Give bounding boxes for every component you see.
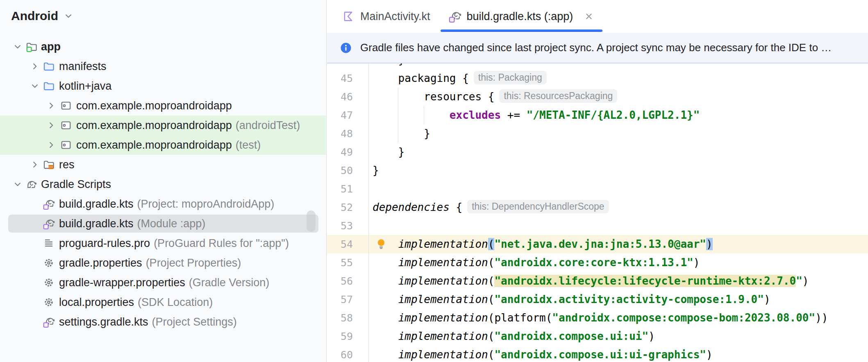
code-segment: }: [373, 63, 404, 66]
info-icon: [340, 42, 352, 54]
line-number[interactable]: 60: [327, 346, 368, 362]
tree-item-com-example-moproandroidapp-test[interactable]: com.example.moproandroidapp(test): [0, 135, 326, 155]
project-tool-window: Android appmanifestskotlin+javacom.examp…: [0, 0, 327, 362]
tree-item-build-gradle-kts-project-moproandroidapp[interactable]: build.gradle.kts(Project: moproAndroidAp…: [0, 194, 326, 214]
line-number[interactable]: 50: [327, 161, 368, 180]
tab-build-gradle-kts-app[interactable]: build.gradle.kts (:app): [439, 0, 604, 33]
code-line-53[interactable]: 53: [327, 217, 868, 235]
code-segment: {: [450, 201, 462, 213]
code-line-47[interactable]: 47 excludes += "/META-INF/{AL2.0,LGPL2.1…: [327, 106, 868, 124]
code-line-text: packaging {this: Packaging: [373, 69, 547, 88]
tree-item-manifests[interactable]: manifests: [0, 57, 326, 76]
line-number[interactable]: 46: [327, 88, 368, 106]
tree-item-label: gradle-wrapper.properties(Gradle Version…: [59, 273, 269, 292]
project-view-selector[interactable]: Android: [11, 9, 74, 23]
code-line-text: excludes += "/META-INF/{AL2.0,LGPL2.1}": [373, 106, 700, 124]
code-segment: )): [815, 312, 828, 324]
tree-item-label: manifests: [59, 57, 107, 76]
tab-mainactivity-kt[interactable]: MainActivity.kt: [333, 0, 439, 33]
code-segment: ): [648, 330, 655, 342]
line-number[interactable]: 47: [327, 106, 368, 124]
chevron-down-icon[interactable]: [12, 179, 23, 190]
package-icon: [60, 100, 72, 112]
tree-item-settings-gradle-kts-project-settings[interactable]: settings.gradle.kts(Project Settings): [0, 312, 326, 332]
code-segment: "androidx.core:core-ktx:1.13.1": [494, 256, 693, 269]
code-line-49[interactable]: 49 }: [327, 143, 868, 161]
line-number[interactable]: 57: [327, 290, 368, 309]
chevron-right-icon[interactable]: [30, 159, 40, 170]
tree-item-com-example-moproandroidapp[interactable]: com.example.moproandroidapp: [0, 96, 326, 115]
line-number[interactable]: 54: [327, 235, 368, 253]
tree-item-app[interactable]: app: [0, 37, 326, 57]
tree-item-label: kotlin+java: [59, 76, 111, 96]
code-segment: implementation: [398, 275, 488, 287]
code-line-44[interactable]: 44 }: [327, 63, 868, 69]
code-segment: ): [802, 275, 809, 287]
tree-item-label: Gradle Scripts: [41, 174, 111, 194]
code-segment: (platform(: [488, 312, 552, 324]
code-line-52[interactable]: 52dependencies {this: DependencyHandlerS…: [327, 198, 868, 217]
tree-item-gradle-scripts[interactable]: Gradle Scripts: [0, 174, 326, 194]
code-segment: }: [373, 164, 379, 176]
code-segment: [373, 330, 398, 342]
code-line-45[interactable]: 45 packaging {this: Packaging: [327, 69, 868, 88]
chevron-down-icon[interactable]: [30, 81, 40, 91]
tree-item-com-example-moproandroidapp-androidtest[interactable]: com.example.moproandroidapp(androidTest): [0, 115, 326, 135]
line-number[interactable]: 56: [327, 272, 368, 290]
tree-item-local-properties-sdk-location[interactable]: local.properties(SDK Location): [0, 292, 326, 312]
line-number[interactable]: 53: [327, 217, 368, 235]
kotlin-file-icon: [342, 10, 355, 23]
chevron-down-icon[interactable]: [12, 41, 23, 52]
banner-message: Gradle files have changed since last pro…: [360, 41, 832, 54]
tree-item-gradle-properties-project-properties[interactable]: gradle.properties(Project Properties): [0, 253, 326, 273]
code-line-54[interactable]: 54 implementation("net.java.dev.jna:jna:…: [327, 235, 868, 253]
line-number[interactable]: 44: [327, 63, 368, 69]
line-number[interactable]: 51: [327, 180, 368, 198]
code-segment: implementation: [398, 330, 488, 342]
chevron-right-icon[interactable]: [46, 100, 57, 111]
chevron-down-icon: [63, 11, 74, 21]
line-number[interactable]: 45: [327, 69, 368, 88]
tree-item-proguard-rules-pro-proguard-rules-for-app[interactable]: proguard-rules.pro(ProGuard Rules for ":…: [0, 233, 326, 253]
chevron-right-icon[interactable]: [46, 140, 57, 150]
code-segment: (: [488, 275, 495, 287]
code-line-56[interactable]: 56 implementation("androidx.lifecycle:li…: [327, 272, 868, 290]
code-line-50[interactable]: 50}: [327, 161, 868, 180]
code-line-55[interactable]: 55 implementation("androidx.core:core-kt…: [327, 253, 868, 272]
line-number[interactable]: 58: [327, 309, 368, 327]
code-line-59[interactable]: 59 implementation("androidx.compose.ui:u…: [327, 327, 868, 346]
code-line-48[interactable]: 48 }: [327, 124, 868, 143]
package-icon: [60, 139, 72, 151]
line-number[interactable]: 55: [327, 253, 368, 272]
tree-scrollbar-thumb[interactable]: [307, 210, 316, 232]
gradle-file-icon: [43, 316, 55, 328]
line-number[interactable]: 49: [327, 143, 368, 161]
code-line-57[interactable]: 57 implementation("androidx.activity:act…: [327, 290, 868, 309]
chevron-right-icon[interactable]: [30, 61, 40, 72]
code-segment: [373, 238, 398, 250]
line-number[interactable]: 52: [327, 198, 368, 217]
close-icon[interactable]: [583, 11, 595, 22]
code-segment: implementation: [398, 312, 488, 324]
line-number[interactable]: 48: [327, 124, 368, 143]
code-line-60[interactable]: 60 implementation("androidx.compose.ui:u…: [327, 346, 868, 362]
code-segment: [373, 312, 398, 324]
tree-item-res[interactable]: res: [0, 155, 326, 174]
tree-item-build-gradle-kts-module-app[interactable]: build.gradle.kts(Module :app): [0, 214, 326, 233]
line-number[interactable]: 59: [327, 327, 368, 346]
code-segment: [373, 275, 398, 287]
code-line-46[interactable]: 46 resources {this: ResourcesPackaging: [327, 88, 868, 106]
gutter-separator: [368, 63, 369, 362]
code-line-58[interactable]: 58 implementation(platform("androidx.com…: [327, 309, 868, 327]
chevron-right-icon[interactable]: [46, 120, 57, 131]
code-line-51[interactable]: 51: [327, 180, 868, 198]
resources-folder-icon: [43, 158, 55, 171]
code-segment: [373, 256, 398, 269]
code-line-text: }: [373, 63, 404, 69]
tree-item-gradle-wrapper-properties-gradle-version[interactable]: gradle-wrapper.properties(Gradle Version…: [0, 273, 326, 292]
folder-icon: [43, 60, 55, 72]
code-editor[interactable]: 44 }45 packaging {this: Packaging46 reso…: [327, 63, 868, 362]
tree-item-label: local.properties(SDK Location): [59, 292, 213, 312]
tree-item-kotlin-java[interactable]: kotlin+java: [0, 76, 326, 96]
code-segment: excludes: [450, 109, 501, 121]
